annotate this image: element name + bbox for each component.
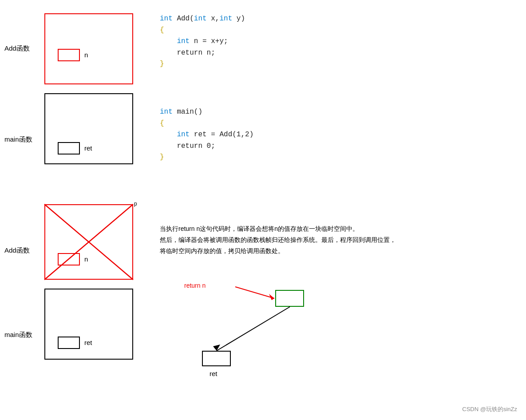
svg-line-4 [217,307,290,351]
code-int-keyword: int [160,15,173,23]
watermark: CSDN @玩铁的sinZz [462,405,517,413]
code-add-sig: Add( [173,15,194,23]
add-inner-rect-bot [58,253,80,265]
code-brace-close: } [160,60,164,68]
svg-marker-5 [213,345,220,351]
add-inner-label-top: n [84,51,88,59]
add-func-label-bot: Add函数 [4,246,30,255]
desc-line2: 然后，编译器会将被调用函数的函数栈帧归还给操作系统。最后，程序回到调用位置， [160,234,396,246]
code-brace-open: { [160,26,164,34]
svg-line-2 [235,287,274,298]
green-temp-rect [275,290,304,307]
svg-marker-3 [269,294,274,300]
desc-line3: 将临时空间内存放的值，拷贝给调用函数处。 [160,246,396,257]
main-inner-label-top: ret [84,144,92,152]
main-func-box-bot [44,289,133,360]
code-block-add: int Add(int x,int y) { int n = x+y; retu… [160,13,245,70]
page-container: Add函数 n main函数 ret int Add(int x,int y) … [0,0,526,420]
code-block-main: int main() { int ret = Add(1,2) return 0… [160,107,253,163]
main-inner-rect-bot [58,337,80,349]
return-n-label: return n [184,282,206,289]
p-label: p [134,201,137,207]
main-inner-rect-top [58,142,80,155]
main-inner-label-bot: ret [84,339,92,346]
add-func-box-bot [44,204,133,280]
description-text: 当执行return n这句代码时，编译器会想将n的值存放在一块临时空间中。 然后… [160,223,396,257]
add-inner-label-bot: n [84,255,88,263]
add-inner-rect-top [58,49,80,61]
ret-standalone-box [202,351,231,366]
ret-standalone-label: ret [210,370,218,377]
main-func-label-bot: main函数 [4,331,32,339]
main-func-label-top: main函数 [4,135,32,144]
add-func-label-top: Add函数 [4,44,30,53]
desc-line1: 当执行return n这句代码时，编译器会想将n的值存放在一块临时空间中。 [160,223,396,234]
